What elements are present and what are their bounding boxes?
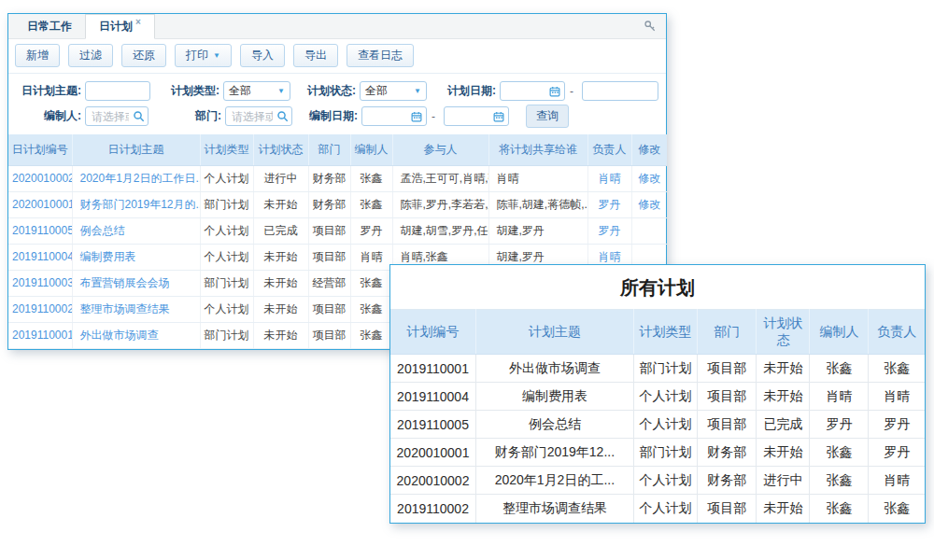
table-row[interactable]: 2020010001财务部门2019年12...部门计划财务部未开始张鑫罗丹 — [390, 439, 925, 467]
type-select-value: 全部 — [229, 83, 251, 99]
plan-subject-link[interactable]: 编制费用表 — [80, 250, 136, 263]
search-button[interactable]: 查询 — [526, 105, 569, 128]
create-date-to-field — [444, 106, 509, 126]
plan-id-link[interactable]: 2019110005 — [12, 224, 72, 237]
dept-input[interactable] — [228, 110, 276, 123]
toolbar-button-filter[interactable]: 过滤 — [68, 44, 113, 67]
calendar-icon[interactable] — [493, 111, 504, 122]
column-header[interactable]: 计划状态 — [757, 310, 810, 355]
column-header[interactable]: 将计划共享给谁 — [488, 134, 587, 165]
dept-field — [225, 106, 292, 126]
cell: 个人计划 — [633, 467, 698, 495]
cell: 例会总结 — [72, 217, 200, 244]
key-icon[interactable] — [644, 20, 657, 33]
calendar-icon[interactable] — [411, 111, 422, 122]
column-header[interactable]: 日计划编号 — [8, 134, 72, 165]
cell: 部门计划 — [200, 322, 253, 348]
plan-subject-link[interactable]: 例会总结 — [80, 224, 125, 237]
toolbar-button-new[interactable]: 新增 — [15, 44, 60, 67]
toolbar-button-import[interactable]: 导入 — [240, 44, 285, 67]
tab-daily-work[interactable]: 日常工作 — [14, 14, 85, 38]
tab-daily-plan[interactable]: 日计划× — [85, 14, 155, 39]
plan-id-link[interactable]: 2019110004 — [12, 250, 72, 263]
creator-input[interactable] — [88, 110, 133, 123]
plan-id-link[interactable]: 2020010002 — [12, 172, 72, 185]
table-row[interactable]: 20200100022020年1月2日的工作日...个人计划进行中财务部张鑫孟浩… — [8, 165, 667, 191]
cell: 肖晴 — [810, 383, 869, 411]
cell — [631, 217, 667, 244]
cell: 整理市场调查结果 — [72, 296, 200, 322]
cell: 项目部 — [698, 383, 757, 411]
table-row[interactable]: 2020010001财务部门2019年12月的...部门计划未开始财务部张鑫陈菲… — [8, 191, 667, 217]
table-row[interactable]: 2019110005例会总结个人计划已完成项目部罗丹胡建,胡雪,罗丹,任晓...… — [8, 217, 667, 244]
column-header[interactable]: 负责人 — [869, 310, 925, 355]
plan-id-link[interactable]: 2019110003 — [12, 276, 72, 289]
cell: 2020年1月2日的工作日... — [72, 165, 200, 191]
plan-subject-link[interactable]: 整理市场调查结果 — [80, 302, 170, 315]
column-header[interactable]: 部门 — [308, 134, 350, 165]
chevron-down-icon: ▼ — [277, 87, 285, 95]
cell: 部门计划 — [200, 270, 253, 296]
cell: 罗丹 — [810, 411, 869, 439]
cell: 财务部 — [308, 191, 350, 217]
toolbar-button-view-log[interactable]: 查看日志 — [347, 44, 414, 67]
column-header[interactable]: 日计划主题 — [72, 134, 200, 165]
cell: 项目部 — [698, 495, 757, 523]
calendar-icon[interactable] — [549, 86, 560, 97]
search-icon[interactable] — [133, 110, 145, 122]
owner-link[interactable]: 罗丹 — [599, 198, 621, 211]
owner-link[interactable]: 肖晴 — [599, 250, 621, 263]
subject-input[interactable] — [86, 85, 149, 98]
create-date-from-input[interactable] — [364, 110, 411, 123]
table-row[interactable]: 20200100022020年1月2日的工...个人计划财务部进行中张鑫肖晴 — [390, 467, 925, 495]
column-header[interactable]: 计划编号 — [390, 310, 476, 355]
plan-date-to-input[interactable] — [585, 85, 654, 98]
table-row[interactable]: 2019110001外出做市场调查部门计划项目部未开始张鑫张鑫 — [390, 355, 925, 383]
cell: 孟浩,王可可,肖晴,张鑫 — [392, 165, 488, 191]
cell: 陈菲,胡建,蒋德帧,... — [488, 191, 587, 217]
column-header[interactable]: 计划类型 — [633, 310, 698, 355]
column-header[interactable]: 修改 — [631, 134, 667, 165]
plan-id-link[interactable]: 2019110001 — [12, 329, 72, 342]
column-header[interactable]: 计划状态 — [253, 134, 308, 165]
cell: 进行中 — [253, 165, 308, 191]
owner-link[interactable]: 肖晴 — [599, 172, 621, 185]
close-icon[interactable]: × — [135, 17, 141, 27]
cell: 罗丹 — [587, 191, 631, 217]
toolbar-button-export[interactable]: 导出 — [293, 44, 338, 67]
search-icon[interactable] — [276, 110, 289, 122]
table-row[interactable]: 2019110004编制费用表个人计划项目部未开始肖晴肖晴 — [390, 383, 925, 411]
column-header[interactable]: 部门 — [698, 310, 757, 355]
modify-link[interactable]: 修改 — [638, 198, 660, 211]
plan-date-from-input[interactable] — [502, 85, 549, 98]
column-header[interactable]: 计划类型 — [200, 134, 253, 165]
plan-subject-link[interactable]: 外出做市场调查 — [80, 329, 159, 342]
status-select[interactable]: 全部 ▼ — [360, 81, 427, 101]
toolbar-button-print[interactable]: 打印▼ — [175, 44, 232, 67]
plan-id-link[interactable]: 2019110002 — [12, 302, 72, 315]
plan-id-link[interactable]: 2020010001 — [12, 198, 72, 211]
plan-date-to-field — [582, 81, 658, 101]
column-header[interactable]: 计划主题 — [476, 310, 634, 355]
type-select[interactable]: 全部 ▼ — [223, 81, 290, 101]
column-header[interactable]: 编制人 — [810, 310, 869, 355]
plan-subject-link[interactable]: 2020年1月2日的工作日... — [80, 172, 201, 185]
cell: 2020010002 — [8, 165, 72, 191]
column-header[interactable]: 负责人 — [587, 134, 631, 165]
cell: 2019110005 — [8, 217, 72, 244]
plan-subject-link[interactable]: 布置营销展会会场 — [80, 276, 170, 289]
table-row[interactable]: 2019110005例会总结个人计划项目部已完成罗丹罗丹 — [390, 411, 925, 439]
column-header[interactable]: 编制人 — [350, 134, 392, 165]
create-date-to-input[interactable] — [446, 110, 493, 123]
filter-area: 日计划主题: 计划类型: 全部 ▼ 计划状态: 全部 ▼ 计划日期: — [8, 74, 666, 134]
toolbar-button-restore[interactable]: 还原 — [121, 44, 166, 67]
plan-subject-link[interactable]: 财务部门2019年12月的... — [80, 198, 201, 211]
cell: 2019110001 — [390, 355, 476, 383]
owner-link[interactable]: 罗丹 — [599, 224, 621, 237]
cell: 外出做市场调查 — [72, 322, 200, 348]
cell: 财务部 — [308, 165, 350, 191]
modify-link[interactable]: 修改 — [638, 172, 660, 185]
table-row[interactable]: 2019110002整理市场调查结果个人计划项目部未开始张鑫张鑫 — [390, 495, 925, 523]
column-header[interactable]: 参与人 — [392, 134, 488, 165]
all-plans-panel: 所有计划 计划编号计划主题计划类型部门计划状态编制人负责人 2019110001… — [389, 264, 926, 524]
